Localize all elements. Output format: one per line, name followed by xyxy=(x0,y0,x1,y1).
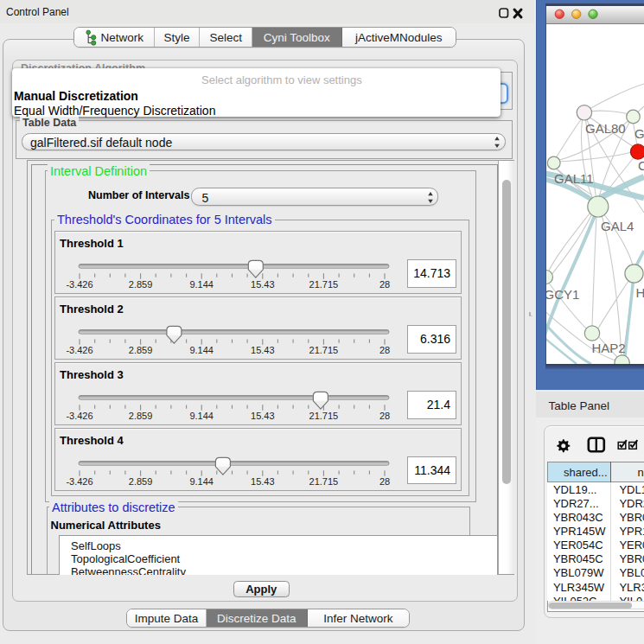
svg-text:HAP2: HAP2 xyxy=(592,341,626,355)
svg-text:GAL11: GAL11 xyxy=(554,171,594,186)
svg-text:C: C xyxy=(638,158,644,173)
svg-text:GA: GA xyxy=(634,126,644,141)
svg-text:GAL80: GAL80 xyxy=(585,121,626,136)
svg-text:GAL4: GAL4 xyxy=(601,219,634,233)
svg-text:GCY1: GCY1 xyxy=(546,287,579,302)
svg-text:H: H xyxy=(636,285,644,300)
